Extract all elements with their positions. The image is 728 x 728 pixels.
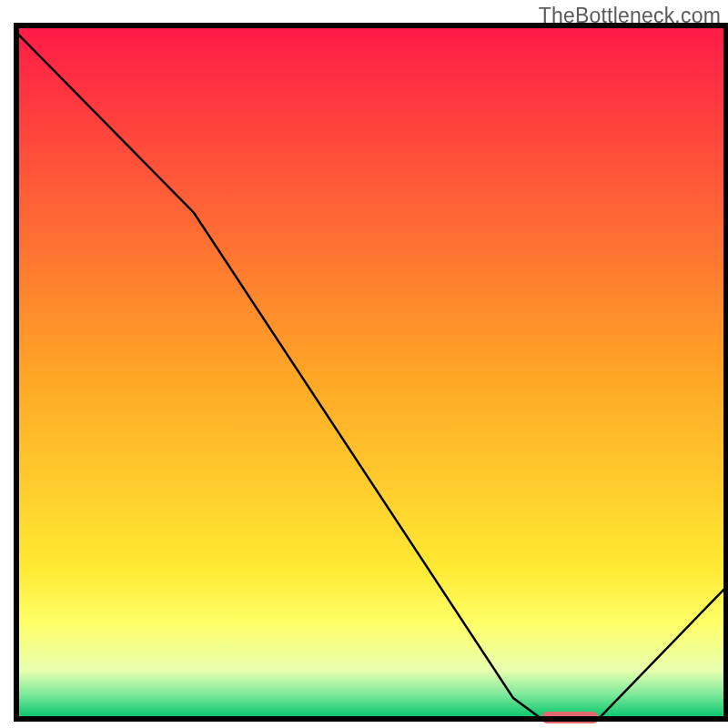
chart-container: { "watermark": "TheBottleneck.com", "cha… bbox=[0, 0, 728, 728]
bottleneck-chart bbox=[0, 0, 728, 728]
watermark-text: TheBottleneck.com bbox=[539, 4, 721, 28]
plot-background bbox=[16, 25, 726, 719]
